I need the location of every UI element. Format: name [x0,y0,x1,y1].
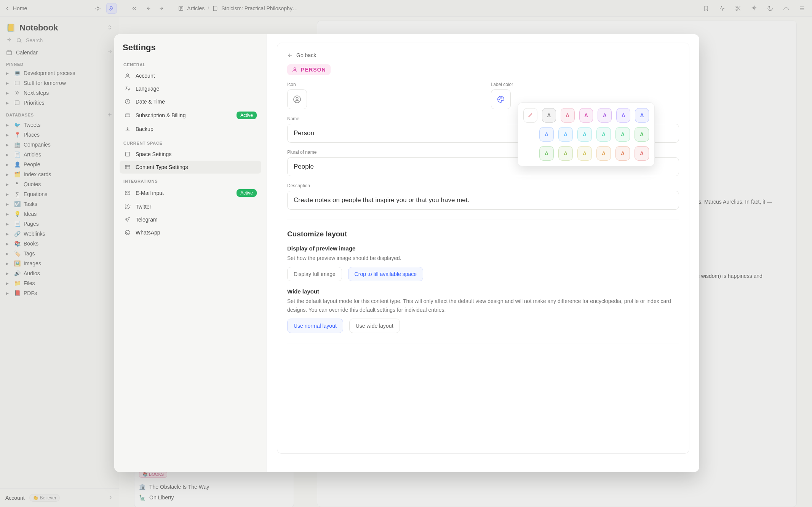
person-icon [292,67,298,73]
settings-content-type[interactable]: Content Type Settings [120,161,261,174]
description-label: Description [287,183,679,188]
color-swatch[interactable]: A [558,127,573,142]
svg-rect-14 [125,191,130,195]
color-swatch[interactable]: A [635,108,649,123]
palette-icon [497,95,505,104]
arrow-left-icon [287,52,293,58]
settings-telegram[interactable]: Telegram [120,213,261,226]
color-swatch[interactable]: A [577,146,592,161]
color-swatch[interactable] [523,108,537,123]
color-swatch[interactable]: A [577,127,592,142]
color-swatch[interactable]: A [615,127,630,142]
icon-label: Icon [287,82,476,87]
wide-heading: Wide layout [287,288,679,295]
color-swatch[interactable]: A [539,127,554,142]
color-swatch[interactable]: A [539,146,554,161]
settings-email[interactable]: E-Mail inputActive [120,186,261,200]
settings-language[interactable]: Language [120,82,261,95]
settings-account[interactable]: Account [120,69,261,82]
type-chip: PERSON [287,64,331,75]
settings-sidebar: Settings GENERAL Account Language Date &… [114,34,267,472]
preview-crop-button[interactable]: Crop to fill available space [348,267,423,281]
svg-point-15 [125,230,130,235]
preview-sub: Set how the preview image should be disp… [287,254,679,262]
active-badge: Active [237,112,257,119]
svg-point-16 [294,68,296,70]
settings-whatsapp[interactable]: WhatsApp [120,226,261,239]
color-swatch[interactable]: A [598,108,612,123]
color-picker-button[interactable] [491,89,511,109]
color-swatch[interactable]: A [616,108,630,123]
person-circle-icon [293,95,301,104]
color-swatch[interactable]: A [596,127,611,142]
svg-rect-12 [126,152,130,156]
settings-detail: Go back PERSON Icon Label color [267,34,699,472]
settings-modal: Settings GENERAL Account Language Date &… [114,34,699,472]
settings-backup[interactable]: Backup [120,123,261,136]
description-input[interactable] [287,191,679,210]
preview-full-button[interactable]: Display full image [287,267,342,281]
wide-wide-button[interactable]: Use wide layout [349,319,400,333]
color-swatch[interactable]: A [558,146,573,161]
customize-heading: Customize layout [287,230,679,238]
color-swatch[interactable]: A [635,127,649,142]
color-swatch[interactable]: A [542,108,556,123]
color-swatch[interactable]: A [635,146,649,161]
settings-twitter[interactable]: Twitter [120,200,261,213]
svg-rect-11 [125,114,130,117]
svg-point-21 [501,97,502,98]
svg-point-19 [499,99,499,100]
active-badge: Active [237,189,257,197]
color-swatch[interactable]: A [579,108,593,123]
section-general: GENERAL [120,57,261,69]
wide-sub: Set the default layout mode for this con… [287,297,679,314]
color-swatch[interactable]: A [596,146,611,161]
section-integrations: INTEGRATIONS [120,174,261,186]
wide-normal-button[interactable]: Use normal layout [287,319,343,333]
color-label: Label color [491,82,679,87]
color-swatch[interactable]: A [615,146,630,161]
color-palette-popover: AAAAAA AAAAAA AAAAAA [518,102,655,166]
settings-title: Settings [120,43,261,57]
settings-datetime[interactable]: Date & Time [120,95,261,108]
svg-point-20 [500,97,500,98]
settings-space[interactable]: Space Settings [120,148,261,161]
svg-point-9 [126,74,128,76]
svg-point-18 [296,97,298,100]
svg-rect-13 [125,165,130,169]
icon-picker[interactable] [287,89,307,109]
preview-heading: Display of preview image [287,245,679,252]
settings-billing[interactable]: Subscription & BillingActive [120,108,261,123]
go-back-button[interactable]: Go back [287,51,679,64]
color-swatch[interactable]: A [561,108,575,123]
section-space: CURRENT SPACE [120,136,261,148]
